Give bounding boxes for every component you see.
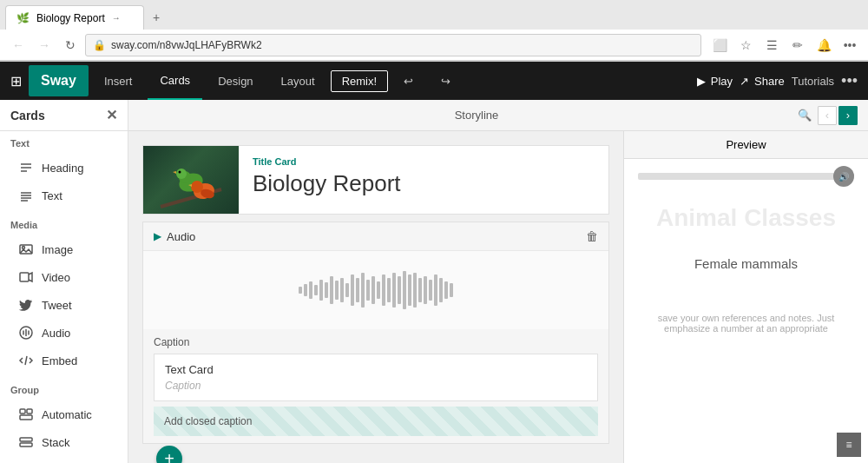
browser-more[interactable]: •••: [838, 34, 861, 56]
waveform-bar: [377, 281, 380, 299]
heading-label: Heading: [42, 162, 83, 175]
new-tab-button[interactable]: +: [144, 5, 168, 30]
design-button[interactable]: Design: [206, 62, 265, 100]
refresh-button[interactable]: ↻: [59, 34, 82, 56]
nav-icons: ⬜ ☆ ☰ ✏ 🔔 •••: [708, 34, 861, 56]
cards-section-group: Group Automatic St: [0, 378, 128, 460]
tab-bar: 🌿 Biology Report → +: [0, 0, 868, 30]
preview-header: Preview: [624, 131, 868, 159]
video-icon: [17, 268, 35, 286]
waveform-bar: [392, 273, 396, 308]
nav-bar: ← → ↻ 🔒 sway.com/n8vwJqLHAFyBRWk2 ⬜ ☆ ☰ …: [0, 30, 868, 61]
card-item-tweet[interactable]: Tweet: [10, 291, 117, 319]
cards-button[interactable]: Cards: [148, 62, 202, 100]
tab-close-button[interactable]: →: [112, 13, 121, 23]
svg-rect-16: [20, 443, 32, 446]
active-tab[interactable]: 🌿 Biology Report →: [5, 5, 144, 30]
notes-icon: ≡: [845, 439, 852, 451]
undo-button[interactable]: ↩: [391, 62, 425, 100]
back-button[interactable]: ←: [7, 34, 30, 56]
storyline-nav-right[interactable]: ›: [838, 106, 858, 125]
grid-icon[interactable]: ⊞: [10, 73, 22, 89]
card-item-automatic[interactable]: Automatic: [10, 400, 117, 428]
share-label: Share: [754, 75, 785, 88]
title-card-title: Biology Report: [253, 170, 595, 197]
audio-card: ▶ Audio 🗑: [142, 222, 609, 444]
section-title-media: Media: [10, 220, 117, 230]
stack-icon: [17, 433, 35, 451]
forward-button[interactable]: →: [33, 34, 56, 56]
caption-section: Caption Text Card Caption Add closed cap…: [143, 329, 608, 443]
play-label: Play: [711, 75, 733, 88]
card-item-image[interactable]: Image: [10, 235, 117, 263]
waveform-bar: [387, 278, 391, 302]
preview-watermark: Animal Classes: [656, 204, 836, 232]
favorites-icon[interactable]: ☆: [734, 34, 757, 56]
cards-section-text: Text Heading: [0, 131, 128, 213]
svg-rect-12: [20, 409, 25, 413]
caption-card-text[interactable]: Caption: [165, 380, 587, 392]
storyline-nav-left[interactable]: ‹: [818, 106, 837, 125]
add-caption-button[interactable]: Add closed caption: [154, 407, 598, 436]
title-card-label: Title Card: [253, 156, 595, 167]
waveform-bar: [340, 278, 344, 302]
waveform-bar: [351, 274, 354, 306]
preview-audio-icon[interactable]: 🔊: [833, 166, 854, 187]
storyline-content: Title Card Biology Report ▶ Audio 🗑: [128, 131, 623, 463]
caption-card[interactable]: Text Card Caption: [154, 354, 598, 401]
add-card-button[interactable]: +: [156, 446, 182, 463]
remix-button[interactable]: Remix!: [331, 70, 388, 92]
waveform-bar: [304, 284, 307, 296]
redo-button[interactable]: ↪: [429, 62, 463, 100]
card-item-stack[interactable]: Stack: [10, 428, 117, 456]
svg-rect-13: [27, 409, 32, 413]
audio-card-title-group: ▶ Audio: [154, 230, 195, 243]
preview-body-text: Female mammals: [694, 256, 798, 271]
card-item-audio[interactable]: Audio: [10, 319, 117, 347]
waveform-bar: [361, 273, 365, 308]
card-item-heading[interactable]: Heading: [10, 154, 117, 182]
preview-audio-bar: 🔊: [638, 173, 854, 180]
plus-icon: +: [164, 449, 174, 464]
storyline-search-button[interactable]: 🔍: [795, 106, 814, 125]
card-item-text[interactable]: Text: [10, 182, 117, 209]
edit-icon[interactable]: ✏: [786, 34, 809, 56]
sidebar-icon[interactable]: ⬜: [708, 34, 731, 56]
waveform-bar: [413, 273, 417, 308]
waveform-bar: [444, 281, 448, 299]
hub-icon[interactable]: ☰: [760, 34, 783, 56]
notifications-icon[interactable]: 🔔: [812, 34, 835, 56]
waveform-bar: [319, 280, 323, 301]
audio-icon: [17, 324, 35, 341]
cards-close-button[interactable]: ✕: [106, 107, 117, 123]
tweet-label: Tweet: [42, 299, 72, 312]
waveform-bar: [372, 276, 375, 304]
card-item-video[interactable]: Video: [10, 263, 117, 291]
toolbar-more-button[interactable]: •••: [841, 73, 858, 89]
share-button[interactable]: ↗ Share: [740, 75, 785, 88]
insert-button[interactable]: Insert: [92, 62, 145, 100]
layout-button[interactable]: Layout: [269, 62, 327, 100]
cards-panel-header: Cards ✕: [0, 100, 128, 131]
preview-notes-icon-button[interactable]: ≡: [837, 433, 861, 457]
svg-point-20: [176, 169, 187, 179]
share-icon: ↗: [740, 75, 749, 88]
app-logo[interactable]: Sway: [29, 65, 89, 96]
audio-card-header: ▶ Audio 🗑: [143, 222, 608, 251]
preview-label: Preview: [726, 138, 766, 151]
svg-point-21: [179, 171, 181, 174]
storyline-label: Storyline: [158, 109, 795, 122]
embed-label: Embed: [42, 354, 77, 367]
add-button-container: +: [156, 446, 623, 463]
card-item-embed[interactable]: Embed: [10, 347, 117, 374]
audio-delete-button[interactable]: 🗑: [586, 229, 598, 243]
url-text: sway.com/n8vwJqLHAFyBRWk2: [111, 39, 262, 51]
waveform-bar: [345, 283, 349, 297]
play-button[interactable]: ▶ Play: [697, 75, 733, 88]
audio-label: Audio: [42, 327, 70, 340]
address-bar[interactable]: 🔒 sway.com/n8vwJqLHAFyBRWk2: [85, 34, 701, 56]
waveform-bar: [424, 276, 427, 304]
audio-play-icon[interactable]: ▶: [154, 230, 161, 242]
waveform-bar: [356, 278, 359, 302]
tutorials-button[interactable]: Tutorials: [792, 75, 834, 88]
